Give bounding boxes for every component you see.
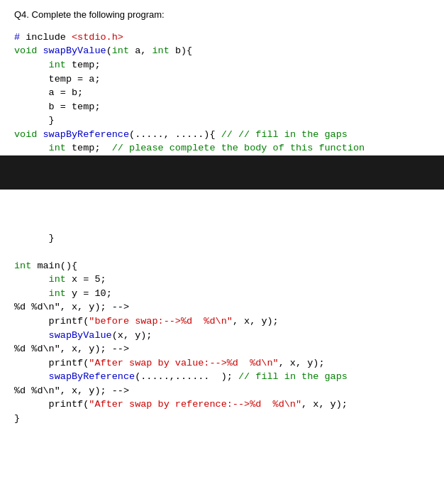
code-line-4: temp = a;: [14, 72, 430, 87]
blank-1: [14, 190, 430, 204]
printf-after-value: printf("After swap by value:-->%d %d\n",…: [14, 356, 430, 371]
code-block-bottom: } int main(){ int x = 5; int y = 10; %d …: [0, 190, 444, 433]
call-fn-sbr: swapByReference: [49, 371, 135, 382]
code-line-6: b = temp;: [14, 100, 430, 114]
int-kw-b: int: [152, 45, 169, 56]
indent-x: [14, 274, 49, 285]
include-kw: include: [26, 32, 72, 43]
int-kw-main: int: [14, 261, 31, 271]
indent-y: [14, 288, 49, 299]
x-decl: int x = 5;: [14, 273, 430, 287]
code-line-8: void swapByReference(....., .....){ // /…: [14, 128, 430, 142]
blank-2: [14, 203, 430, 217]
int-kw-a: int: [112, 45, 129, 56]
comment-fill1: // // fill in the gaps: [216, 129, 348, 140]
indent-p2: [14, 358, 49, 368]
fn-swapbyvalue: swapByValue: [43, 45, 106, 56]
indent-2: [14, 143, 49, 153]
comment-fill2: // fill in the gaps: [233, 371, 348, 382]
indent-p1: [14, 316, 49, 327]
code-line-9: int temp; // please complete the body of…: [14, 141, 430, 155]
printf-fn-2: printf(: [49, 358, 89, 368]
a-assign: a = b;: [14, 87, 83, 98]
code-block-top: # include <stdio.h> void swapByValue(int…: [0, 28, 444, 155]
printf-before: printf("before swap:-->%d %d\n", x, y);: [14, 314, 430, 329]
call-fn-svbv: swapByValue: [49, 330, 112, 341]
temp-assign: temp = a;: [14, 74, 101, 84]
main-close-brace: }: [14, 413, 20, 424]
call-swapbyvalue: swapByValue(x, y);: [14, 329, 430, 343]
int-kw-temp1: int: [49, 60, 66, 70]
void-kw-2: void: [14, 129, 43, 140]
param-list-1: (: [106, 45, 112, 56]
fn-swapbyref: swapByReference: [43, 129, 130, 140]
printf-args-3: , x, y);: [301, 399, 348, 410]
dark-separator-bar: [0, 155, 444, 190]
str-after-val: "After swap by value:-->%d %d\n": [89, 358, 278, 368]
y-decl: int y = 10;: [14, 287, 430, 301]
blank-3: [14, 217, 430, 231]
str-after-ref: "After swap by reference:-->%d %d\n": [89, 399, 301, 410]
ref-params: (....., .....){: [129, 129, 216, 140]
int-kw-x: int: [49, 274, 66, 285]
close-brace-1: }: [14, 115, 55, 126]
printf-args-1: , x, y);: [233, 316, 279, 327]
int-kw-y: int: [49, 288, 66, 299]
b-assign: b = temp;: [14, 102, 101, 112]
x-assign: x = 5;: [66, 274, 106, 285]
param-b: b){: [170, 45, 192, 56]
str-before: "before swap:-->%d %d\n": [89, 316, 233, 327]
indent-1: [14, 60, 49, 70]
int-kw-temp2: int: [49, 143, 66, 153]
hash: #: [14, 32, 26, 43]
temp-decl: temp;: [66, 60, 101, 70]
y-assign: y = 10;: [66, 288, 112, 299]
question-label: Q4. Complete the following program:: [0, 0, 444, 28]
void-kw-1: void: [14, 45, 43, 56]
call-args-sv: (x, y);: [112, 330, 152, 341]
comment-complete: // please complete the body of this func…: [112, 143, 365, 153]
code-line-2: void swapByValue(int a, int b){: [14, 44, 430, 58]
printf-fn-1: printf(: [49, 316, 89, 327]
call-swapbyref: swapByReference(.....,...... ); // fill …: [14, 370, 430, 384]
printf-args-2: , x, y);: [279, 358, 325, 368]
ref-call-args: (.....,...... );: [135, 371, 233, 382]
param-a: a,: [129, 45, 152, 56]
main-fn: main(){: [31, 261, 77, 271]
indent-sbr: [14, 371, 49, 382]
indent-sv: [14, 330, 49, 341]
bottom-close-brace: }: [14, 231, 430, 246]
main-close: }: [14, 412, 430, 426]
indent-p3: [14, 399, 49, 410]
include-file: <stdio.h>: [72, 32, 123, 43]
close-brace-ref: }: [14, 233, 55, 243]
temp-decl-2: temp;: [66, 143, 112, 153]
printf-after-ref: printf("After swap by reference:-->%d %d…: [14, 398, 430, 412]
page: Q4. Complete the following program: # in…: [0, 0, 444, 504]
code-line-7: }: [14, 114, 430, 128]
code-line-1: # include <stdio.h>: [14, 31, 430, 45]
main-decl: int main(){: [14, 259, 430, 273]
code-line-5: a = b;: [14, 86, 430, 100]
blank-4: [14, 245, 430, 259]
printf-fn-3: printf(: [49, 399, 89, 410]
code-line-3: int temp;: [14, 58, 430, 72]
